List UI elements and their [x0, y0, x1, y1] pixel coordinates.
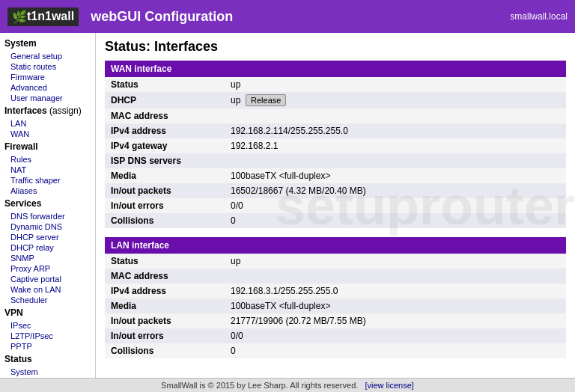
sidebar-item-advanced[interactable]: Advanced: [0, 82, 95, 93]
lan-inout-errors-label: In/out errors: [105, 328, 225, 343]
table-row: In/out packets 21777/19906 (20.72 MB/7.5…: [105, 313, 566, 328]
sidebar-item-scheduler[interactable]: Scheduler: [0, 295, 95, 305]
lan-status-value: up: [225, 254, 566, 269]
sidebar-item-firmware[interactable]: Firmware: [0, 72, 95, 82]
table-row: Media 100baseTX <full-duplex>: [105, 298, 566, 313]
wan-dhcp-value: up Release: [225, 92, 566, 108]
lan-media-label: Media: [105, 298, 225, 313]
sidebar-item-rules[interactable]: Rules: [0, 154, 95, 165]
footer: SmallWall is © 2015 by Lee Sharp. All ri…: [0, 378, 575, 392]
wan-collisions-label: Collisions: [105, 213, 225, 228]
sidebar-item-user-manager[interactable]: User manager: [0, 93, 95, 103]
table-row: DHCP up Release: [105, 92, 566, 108]
wan-ipv4-label: IPv4 address: [105, 123, 225, 138]
wan-status-label: Status: [105, 77, 225, 92]
wan-dns-label: ISP DNS servers: [105, 153, 225, 168]
lan-ipv4-label: IPv4 address: [105, 284, 225, 298]
sidebar: System General setup Static routes Firmw…: [0, 33, 96, 378]
lan-collisions-value: 0: [225, 343, 566, 358]
release-button[interactable]: Release: [246, 94, 286, 106]
sidebar-section-system: System: [0, 36, 95, 51]
wan-interface-table: Status up DHCP up Release MAC address IP…: [105, 77, 566, 228]
table-row: IPv4 gateway 192.168.2.1: [105, 138, 566, 153]
sidebar-item-status-system[interactable]: System: [0, 367, 95, 377]
lan-interface-header: LAN interface: [105, 237, 566, 254]
sidebar-item-aliases[interactable]: Aliases: [0, 186, 95, 196]
table-row: Collisions 0: [105, 213, 566, 228]
wan-dhcp-label: DHCP: [105, 92, 225, 108]
logo: 🌿 t1n1wall: [7, 7, 79, 26]
table-row: ISP DNS servers: [105, 153, 566, 168]
wan-media-value: 100baseTX <full-duplex>: [225, 168, 566, 183]
table-row: Collisions 0: [105, 343, 566, 358]
table-row: Status up: [105, 77, 566, 92]
sidebar-item-dhcp-server[interactable]: DHCP server: [0, 232, 95, 242]
sidebar-item-dynamic-dns[interactable]: Dynamic DNS: [0, 221, 95, 232]
sidebar-item-ipsec[interactable]: IPsec: [0, 320, 95, 331]
wan-collisions-value: 0: [225, 213, 566, 228]
lan-inout-packets-label: In/out packets: [105, 313, 225, 328]
wan-interface-block: WAN interface Status up DHCP up Release …: [105, 61, 566, 228]
wan-inout-errors-value: 0/0: [225, 198, 566, 213]
header-title: webGUI Configuration: [79, 9, 510, 25]
sidebar-section-firewall: Firewall: [0, 139, 95, 154]
wan-ipv4-value: 192.168.2.114/255.255.255.0: [225, 123, 566, 138]
footer-license-link[interactable]: [view license]: [365, 381, 414, 390]
header: 🌿 t1n1wall webGUI Configuration smallwal…: [0, 0, 575, 33]
wan-inout-packets-label: In/out packets: [105, 183, 225, 198]
wan-gateway-label: IPv4 gateway: [105, 138, 225, 153]
lan-collisions-label: Collisions: [105, 343, 225, 358]
footer-text: SmallWall is © 2015 by Lee Sharp. All ri…: [161, 381, 358, 390]
main-layout: System General setup Static routes Firmw…: [0, 33, 575, 378]
wan-media-label: Media: [105, 168, 225, 183]
wan-mac-label: MAC address: [105, 108, 225, 123]
page-title: Status: Interfaces: [105, 39, 566, 55]
lan-interface-table: Status up MAC address IPv4 address 192.1…: [105, 254, 566, 358]
wan-gateway-value: 192.168.2.1: [225, 138, 566, 153]
table-row: Status up: [105, 254, 566, 269]
sidebar-item-general-setup[interactable]: General setup: [0, 51, 95, 61]
table-row: MAC address: [105, 269, 566, 284]
lan-mac-label: MAC address: [105, 269, 225, 284]
sidebar-item-proxy-arp[interactable]: Proxy ARP: [0, 263, 95, 274]
wan-inout-errors-label: In/out errors: [105, 198, 225, 213]
sidebar-section-vpn: VPN: [0, 305, 95, 320]
wan-mac-value: [225, 108, 566, 123]
header-hostname: smallwall.local: [510, 11, 568, 22]
sidebar-section-services: Services: [0, 196, 95, 211]
table-row: MAC address: [105, 108, 566, 123]
sidebar-item-l2tp-ipsec[interactable]: L2TP/IPsec: [0, 331, 95, 341]
lan-inout-packets-value: 21777/19906 (20.72 MB/7.55 MB): [225, 313, 566, 328]
sidebar-section-status: Status: [0, 352, 95, 367]
sidebar-item-dns-forwarder[interactable]: DNS forwarder: [0, 211, 95, 221]
content-area: setuprouter Status: Interfaces WAN inter…: [96, 33, 575, 378]
sidebar-item-snmp[interactable]: SNMP: [0, 253, 95, 263]
sidebar-item-dhcp-relay[interactable]: DHCP relay: [0, 242, 95, 253]
logo-box: 🌿 t1n1wall: [7, 7, 79, 26]
table-row: Media 100baseTX <full-duplex>: [105, 168, 566, 183]
lan-media-value: 100baseTX <full-duplex>: [225, 298, 566, 313]
sidebar-item-wake-on-lan[interactable]: Wake on LAN: [0, 284, 95, 295]
sidebar-item-static-routes[interactable]: Static routes: [0, 61, 95, 72]
lan-status-label: Status: [105, 254, 225, 269]
lan-inout-errors-value: 0/0: [225, 328, 566, 343]
lan-mac-value: [225, 269, 566, 284]
wan-status-value: up: [225, 77, 566, 92]
table-row: IPv4 address 192.168.3.1/255.255.255.0: [105, 284, 566, 298]
sidebar-item-wan[interactable]: WAN: [0, 129, 95, 139]
wan-dns-value: [225, 153, 566, 168]
lan-interface-block: LAN interface Status up MAC address IPv4…: [105, 237, 566, 358]
brand-name: t1n1wall: [27, 10, 74, 23]
table-row: In/out errors 0/0: [105, 198, 566, 213]
table-row: IPv4 address 192.168.2.114/255.255.255.0: [105, 123, 566, 138]
sidebar-item-pptp[interactable]: PPTP: [0, 341, 95, 352]
wan-interface-header: WAN interface: [105, 61, 566, 77]
sidebar-section-interfaces: Interfaces (assign): [0, 103, 95, 118]
wan-inout-packets-value: 16502/18667 (4.32 MB/20.40 MB): [225, 183, 566, 198]
sidebar-item-captive-portal[interactable]: Captive portal: [0, 274, 95, 284]
table-row: In/out errors 0/0: [105, 328, 566, 343]
lan-ipv4-value: 192.168.3.1/255.255.255.0: [225, 284, 566, 298]
sidebar-item-lan[interactable]: LAN: [0, 118, 95, 129]
sidebar-item-nat[interactable]: NAT: [0, 165, 95, 175]
sidebar-item-traffic-shaper[interactable]: Traffic shaper: [0, 175, 95, 186]
